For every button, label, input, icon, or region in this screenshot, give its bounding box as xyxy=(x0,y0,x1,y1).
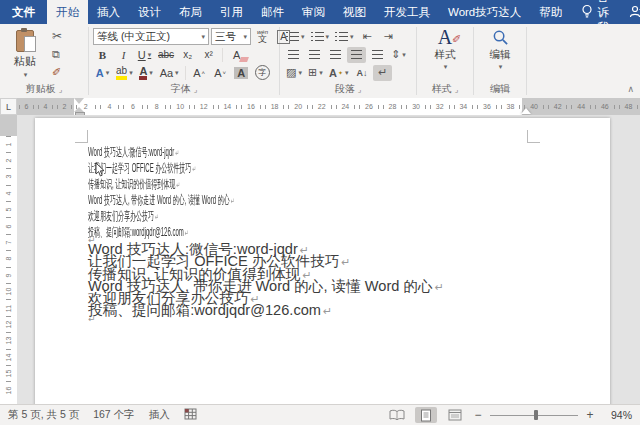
editing-group-text: 编辑 xyxy=(490,82,510,96)
font-dialog-launcher-icon[interactable]: ⌟ xyxy=(194,85,198,94)
copy-button[interactable]: ⧉ xyxy=(50,46,69,62)
ribbon-tab[interactable]: 插入 xyxy=(88,0,129,24)
ribbon-tab[interactable]: 布局 xyxy=(170,0,211,24)
change-case-icon: Aa xyxy=(160,67,173,79)
bullets-icon xyxy=(290,32,299,41)
chevron-down-icon: ▾ xyxy=(24,71,28,79)
italic-button[interactable]: I xyxy=(114,47,133,63)
phonetic-guide-button[interactable]: wén文 xyxy=(253,29,272,45)
ribbon-tab[interactable]: 开发工具 xyxy=(375,0,439,24)
align-center-icon xyxy=(309,50,320,59)
editing-button-label: 编辑 xyxy=(490,48,511,62)
chevron-down-icon: ▾ xyxy=(175,69,179,77)
document-area: 12345678910111213141516 Word 技巧达人:微信号:wo… xyxy=(0,115,640,405)
ribbon-tab[interactable]: 文件 xyxy=(0,0,47,24)
tab-stop-selector[interactable]: L xyxy=(0,98,17,115)
text-effects-button[interactable]: A▾ xyxy=(93,65,112,81)
superscript-button[interactable]: x² xyxy=(199,47,218,63)
highlight-color-button[interactable]: ab▾ xyxy=(114,65,135,81)
eraser-icon xyxy=(239,57,249,62)
change-case-button[interactable]: Aa▾ xyxy=(158,65,181,81)
zoom-level-indicator[interactable]: 94% xyxy=(602,409,632,421)
group-separator xyxy=(526,27,527,95)
multilevel-list-button[interactable]: ▾ xyxy=(333,29,356,45)
line-spacing-icon: ⇕ xyxy=(391,48,400,61)
collapse-ribbon-button[interactable]: ∧ xyxy=(627,84,634,94)
bold-button[interactable]: B xyxy=(93,47,112,63)
document-line: 让我们一起学习 OFFICE 办公软件技巧 xyxy=(88,161,388,177)
paragraph-dialog-launcher-icon[interactable]: ⌟ xyxy=(358,85,362,94)
clipboard-dialog-launcher-icon[interactable]: ⌟ xyxy=(59,85,63,94)
show-hide-marks-button[interactable]: ↵ xyxy=(373,65,392,81)
shrink-font-button[interactable]: A˅ xyxy=(211,65,230,81)
status-bar: 第 5 页, 共 5 页 167 个字 插入 − + 94% xyxy=(0,404,640,425)
line-spacing-button[interactable]: ⇕▾ xyxy=(389,47,408,63)
align-center-button[interactable] xyxy=(305,47,324,63)
subscript-button[interactable]: x₂ xyxy=(178,47,197,63)
ribbon-tab[interactable]: 视图 xyxy=(334,0,375,24)
right-indent-marker[interactable] xyxy=(521,108,531,114)
ribbon-tab[interactable]: 帮助 xyxy=(530,0,571,24)
decrease-indent-button[interactable]: ⇤ xyxy=(358,29,377,45)
chevron-down-icon: ▾ xyxy=(148,51,152,59)
print-layout-button[interactable] xyxy=(415,407,437,423)
character-shading-button[interactable]: A xyxy=(232,65,251,81)
chevron-down-icon: ▾ xyxy=(326,33,330,41)
align-left-button[interactable] xyxy=(284,47,303,63)
document-page[interactable]: Word 技巧达人:微信号:word-jqdr让我们一起学习 OFFICE 办公… xyxy=(35,118,610,405)
distribute-button[interactable] xyxy=(368,47,387,63)
sort-button[interactable]: A↓ xyxy=(352,65,371,81)
paste-clipboard-icon xyxy=(16,30,34,52)
styles-group-text: 样式 xyxy=(432,82,452,96)
page-number-indicator[interactable]: 第 5 页, 共 5 页 xyxy=(8,408,79,422)
ribbon-tab[interactable]: Word技巧达人 xyxy=(439,0,530,24)
shading-button[interactable]: ▨▾ xyxy=(284,65,304,81)
clear-formatting-button[interactable]: A xyxy=(227,47,246,63)
macro-record-icon[interactable] xyxy=(184,408,197,422)
first-line-indent-marker[interactable] xyxy=(74,98,84,104)
font-name-combobox[interactable]: 等线 (中文正文) ▾ xyxy=(93,28,209,45)
font-size-combobox[interactable]: 三号 ▾ xyxy=(211,28,251,45)
word-count-indicator[interactable]: 167 个字 xyxy=(93,408,134,422)
align-right-button[interactable] xyxy=(326,47,345,63)
font-color-button[interactable]: A▾ xyxy=(137,65,156,81)
ribbon-tab[interactable]: 引用 xyxy=(211,0,252,24)
paste-button[interactable]: 粘贴 ▾ xyxy=(6,28,44,84)
zoom-slider-thumb[interactable] xyxy=(534,410,538,420)
ribbon-tab[interactable]: 审阅 xyxy=(293,0,334,24)
editing-button[interactable]: 编辑 ▾ xyxy=(478,27,522,71)
clipboard-group-text: 剪贴板 xyxy=(26,82,56,96)
chevron-down-icon: ▾ xyxy=(106,69,110,77)
cut-button[interactable]: ✂ xyxy=(50,28,69,44)
bullets-button[interactable]: ▾ xyxy=(284,29,307,45)
zoom-slider[interactable] xyxy=(490,415,578,416)
enclose-characters-button[interactable]: 字 xyxy=(253,65,272,81)
vertical-ruler-numbers: 12345678910111213141516 xyxy=(0,136,17,398)
paste-label: 粘贴 xyxy=(14,54,36,69)
grow-font-button[interactable]: A˄ xyxy=(190,65,209,81)
justify-button[interactable] xyxy=(347,47,366,63)
font-group-label: 字体 ⌟ xyxy=(89,82,279,96)
zoom-in-button[interactable]: + xyxy=(585,408,595,422)
underline-icon: U xyxy=(138,49,146,61)
asian-layout-button[interactable]: A✦▾ xyxy=(327,65,351,81)
borders-button[interactable]: ⊞▾ xyxy=(306,65,325,81)
styles-dialog-launcher-icon[interactable]: ⌟ xyxy=(455,85,459,94)
underline-button[interactable]: U▾ xyxy=(135,47,154,63)
format-painter-button[interactable]: ✐ xyxy=(50,64,69,80)
ruler-text-area: 2468101214161820222426283032343638 xyxy=(74,98,522,115)
ribbon-tab[interactable]: 邮件 xyxy=(252,0,293,24)
brush-icon: ✐ xyxy=(452,29,461,49)
styles-button[interactable]: A✐ 样式 ▾ xyxy=(423,27,467,71)
increase-indent-button[interactable]: ⇥ xyxy=(379,29,398,45)
strikethrough-button[interactable]: abc xyxy=(156,47,176,63)
numbering-button[interactable]: ▾ xyxy=(309,29,332,45)
insert-mode-indicator[interactable]: 插入 xyxy=(149,408,170,422)
read-mode-button[interactable] xyxy=(386,407,408,423)
ribbon-tab[interactable]: 设计 xyxy=(129,0,170,24)
share-button[interactable]: 共享 xyxy=(619,0,640,27)
document-line: 投稿、提问邮箱:wordjqdr@126.com xyxy=(88,305,444,317)
web-layout-button[interactable] xyxy=(444,407,466,423)
zoom-out-button[interactable]: − xyxy=(473,408,483,422)
ribbon-tab[interactable]: 开始 xyxy=(47,0,88,24)
